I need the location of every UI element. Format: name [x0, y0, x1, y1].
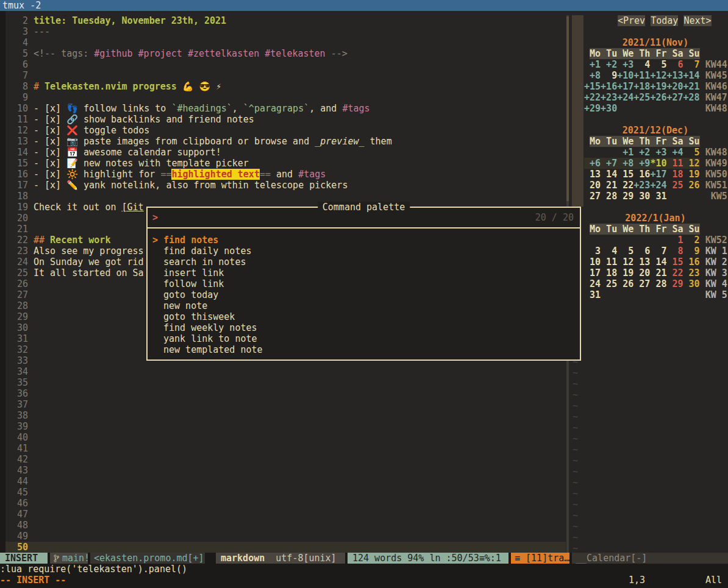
palette-item-insert-link[interactable]: insert link: [148, 267, 580, 278]
palette-item-new-note[interactable]: new note: [148, 300, 580, 311]
calendar-day-cell[interactable]: 9: [601, 70, 617, 81]
palette-item-find-notes[interactable]: find notes: [148, 235, 580, 246]
calendar-day-cell[interactable]: 12: [617, 257, 633, 267]
calendar-day-cell[interactable]: 3: [584, 246, 601, 257]
palette-item-new-templated-note[interactable]: new templated note: [148, 344, 580, 355]
calendar-day-cell[interactable]: +2: [601, 59, 617, 70]
calendar-day-cell[interactable]: 17: [584, 267, 601, 278]
calendar-day-cell[interactable]: 12: [683, 158, 700, 169]
calendar-day-cell[interactable]: 15: [617, 169, 633, 180]
calendar-day-cell[interactable]: 24: [584, 278, 601, 289]
calendar-day-cell[interactable]: 2: [683, 235, 700, 246]
calendar-day-cell[interactable]: +11: [633, 70, 650, 81]
calendar-day-cell[interactable]: +20: [666, 81, 683, 92]
calendar-day-cell[interactable]: +23: [633, 180, 650, 191]
calendar-day-cell[interactable]: 13: [584, 169, 601, 180]
calendar-day-cell[interactable]: 21: [650, 267, 666, 278]
calendar-day-cell[interactable]: +19: [650, 81, 666, 92]
calendar-day-cell[interactable]: 6: [666, 59, 683, 70]
calendar-day-cell[interactable]: 22: [617, 180, 633, 191]
calendar-day-cell[interactable]: 18: [666, 169, 683, 180]
palette-item-search-in-notes[interactable]: search in notes: [148, 257, 580, 267]
calendar-day-cell[interactable]: +26: [650, 92, 666, 103]
calendar-day-cell[interactable]: +8: [617, 158, 633, 169]
palette-item-follow-link[interactable]: follow link: [148, 278, 580, 289]
palette-item-goto-today[interactable]: goto today: [148, 289, 580, 300]
calendar-day-cell[interactable]: 25: [601, 278, 617, 289]
calendar-day-cell[interactable]: 27: [633, 278, 650, 289]
calendar-day-cell[interactable]: 11: [666, 158, 683, 169]
calendar-day-cell[interactable]: +24: [650, 180, 666, 191]
calendar-day-cell[interactable]: 26: [683, 180, 700, 191]
calendar-day-cell[interactable]: +15: [584, 81, 601, 92]
calendar-day-cell[interactable]: +17: [650, 169, 666, 180]
calendar-day-cell[interactable]: +12: [650, 70, 666, 81]
calendar-day-cell[interactable]: 7: [650, 246, 666, 257]
calendar-day-cell[interactable]: 18: [601, 267, 617, 278]
calendar-day-cell[interactable]: +10: [617, 70, 633, 81]
calendar-day-cell[interactable]: 20: [584, 180, 601, 191]
calendar-day-cell[interactable]: *10: [650, 158, 666, 169]
calendar-day-cell[interactable]: +1: [617, 147, 633, 158]
calendar-day-cell[interactable]: 9: [683, 246, 700, 257]
calendar-day-cell[interactable]: +18: [633, 81, 650, 92]
calendar-day-cell[interactable]: 27: [584, 191, 601, 202]
calendar-day-cell[interactable]: +27: [666, 92, 683, 103]
calendar-day-cell[interactable]: 7: [683, 59, 700, 70]
calendar-day-cell[interactable]: 28: [601, 191, 617, 202]
calendar-day-cell[interactable]: 29: [617, 191, 633, 202]
palette-item-yank-link-to-note[interactable]: yank link to note: [148, 333, 580, 344]
calendar-day-cell[interactable]: 4: [633, 59, 650, 70]
today-button[interactable]: Today: [651, 15, 678, 26]
calendar-day-cell[interactable]: +9: [633, 158, 650, 169]
calendar-day-cell[interactable]: 14: [650, 257, 666, 267]
calendar-day-cell[interactable]: +8: [584, 70, 601, 81]
calendar-day-cell[interactable]: +2: [633, 147, 650, 158]
calendar-day-cell[interactable]: +28: [683, 92, 700, 103]
command-line-row[interactable]: :lua require('telekasten').panel(): [0, 564, 728, 575]
calendar-day-cell[interactable]: +4: [666, 147, 683, 158]
prev-month-button[interactable]: <Prev: [618, 15, 645, 26]
calendar-day-cell[interactable]: 16: [683, 257, 700, 267]
calendar-day-cell[interactable]: 28: [650, 278, 666, 289]
calendar-day-cell[interactable]: +16: [601, 81, 617, 92]
calendar-day-cell[interactable]: 25: [666, 180, 683, 191]
calendar-day-cell[interactable]: 14: [601, 169, 617, 180]
calendar-day-cell[interactable]: 8: [666, 246, 683, 257]
calendar-day-cell[interactable]: +25: [633, 92, 650, 103]
calendar-day-cell[interactable]: 23: [683, 267, 700, 278]
scrollbar-thumb[interactable]: [566, 16, 569, 201]
calendar-day-cell[interactable]: +1: [584, 59, 601, 70]
calendar-day-cell[interactable]: +22: [584, 92, 601, 103]
calendar-day-cell[interactable]: 16: [633, 169, 650, 180]
calendar-day-cell[interactable]: 19: [617, 267, 633, 278]
calendar-day-cell[interactable]: 22: [666, 267, 683, 278]
calendar-day-cell[interactable]: +21: [683, 81, 700, 92]
calendar-day-cell[interactable]: 30: [683, 278, 700, 289]
calendar-day-cell[interactable]: +14: [683, 70, 700, 81]
palette-search-input[interactable]: [162, 212, 525, 223]
calendar-day-cell[interactable]: +24: [617, 92, 633, 103]
calendar-day-cell[interactable]: +13: [666, 70, 683, 81]
calendar-day-cell[interactable]: +17: [617, 81, 633, 92]
calendar-day-cell[interactable]: +30: [601, 103, 617, 114]
calendar-day-cell[interactable]: 5: [617, 246, 633, 257]
calendar-day-cell[interactable]: 10: [584, 257, 601, 267]
calendar-day-cell[interactable]: +7: [601, 158, 617, 169]
calendar-day-cell[interactable]: 5: [683, 147, 700, 158]
calendar-day-cell[interactable]: 1: [666, 235, 683, 246]
calendar-day-cell[interactable]: 11: [601, 257, 617, 267]
palette-item-goto-thisweek[interactable]: goto thisweek: [148, 311, 580, 322]
calendar-day-cell[interactable]: 13: [633, 257, 650, 267]
calendar-day-cell[interactable]: +29: [584, 103, 601, 114]
calendar-day-cell[interactable]: 31: [584, 289, 601, 300]
calendar-day-cell[interactable]: +3: [650, 147, 666, 158]
calendar-day-cell[interactable]: 4: [601, 246, 617, 257]
calendar-day-cell[interactable]: 31: [650, 191, 666, 202]
calendar-day-cell[interactable]: 6: [633, 246, 650, 257]
calendar-day-cell[interactable]: 26: [617, 278, 633, 289]
calendar-day-cell[interactable]: +3: [617, 59, 633, 70]
calendar-day-cell[interactable]: +6: [584, 158, 601, 169]
calendar-day-cell[interactable]: 30: [633, 191, 650, 202]
calendar-day-cell[interactable]: 15: [666, 257, 683, 267]
